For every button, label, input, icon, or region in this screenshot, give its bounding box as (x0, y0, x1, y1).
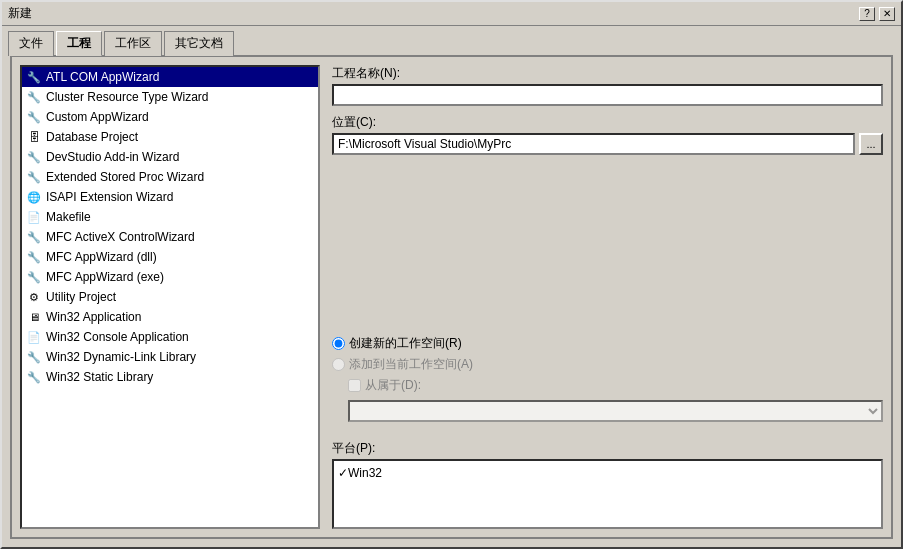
project-name-group: 工程名称(N): (332, 65, 883, 106)
project-icon: 🔧 (26, 89, 42, 105)
tab-project[interactable]: 工程 (56, 31, 102, 56)
title-bar: 新建 ? ✕ (2, 2, 901, 26)
project-name-label: 工程名称(N): (332, 65, 883, 82)
project-list-item[interactable]: 📄Win32 Console Application (22, 327, 318, 347)
location-group: 位置(C): ... (332, 114, 883, 155)
project-icon: 🔧 (26, 369, 42, 385)
project-list-item[interactable]: 🔧Extended Stored Proc Wizard (22, 167, 318, 187)
project-list-item[interactable]: 🗄Database Project (22, 127, 318, 147)
project-list-item[interactable]: 🔧MFC ActiveX ControlWizard (22, 227, 318, 247)
tab-other-docs[interactable]: 其它文档 (164, 31, 234, 56)
project-item-label: Database Project (46, 130, 138, 144)
radio-create-workspace[interactable]: 创建新的工作空间(R) (332, 335, 883, 352)
project-icon: 🗄 (26, 129, 42, 145)
project-icon: 🔧 (26, 229, 42, 245)
location-label: 位置(C): (332, 114, 883, 131)
browse-button[interactable]: ... (859, 133, 883, 155)
radio-add-workspace[interactable]: 添加到当前工作空间(A) (332, 356, 883, 373)
project-item-label: MFC ActiveX ControlWizard (46, 230, 195, 244)
project-icon: 🔧 (26, 169, 42, 185)
subordinate-select-wrapper (348, 400, 883, 422)
project-list-panel: 🔧ATL COM AppWizard🔧Cluster Resource Type… (20, 65, 320, 529)
project-item-label: MFC AppWizard (exe) (46, 270, 164, 284)
subordinate-select[interactable] (348, 400, 883, 422)
project-list-item[interactable]: 🔧MFC AppWizard (dll) (22, 247, 318, 267)
radio-add-input[interactable] (332, 358, 345, 371)
project-icon: 🔧 (26, 149, 42, 165)
project-list-item[interactable]: 🌐ISAPI Extension Wizard (22, 187, 318, 207)
location-input[interactable] (332, 133, 855, 155)
project-list-item[interactable]: 🔧Cluster Resource Type Wizard (22, 87, 318, 107)
right-panel: 工程名称(N): 位置(C): ... 创建新的工作空间(R) (332, 65, 883, 529)
project-item-label: Win32 Console Application (46, 330, 189, 344)
workspace-radio-group: 创建新的工作空间(R) 添加到当前工作空间(A) 从属于(D): (332, 335, 883, 422)
project-list-item[interactable]: ⚙Utility Project (22, 287, 318, 307)
project-list-item[interactable]: 🔧Win32 Static Library (22, 367, 318, 387)
platform-item: ✓Win32 (338, 465, 877, 481)
window-title: 新建 (8, 5, 32, 22)
radio-create-input[interactable] (332, 337, 345, 350)
radio-create-label: 创建新的工作空间(R) (349, 335, 462, 352)
subordinate-checkbox[interactable] (348, 379, 361, 392)
tab-content: 🔧ATL COM AppWizard🔧Cluster Resource Type… (10, 55, 893, 539)
project-list-item[interactable]: 📄Makefile (22, 207, 318, 227)
project-icon: 🔧 (26, 249, 42, 265)
project-item-label: MFC AppWizard (dll) (46, 250, 157, 264)
project-name-input[interactable] (332, 84, 883, 106)
project-item-label: Makefile (46, 210, 91, 224)
project-icon: ⚙ (26, 289, 42, 305)
subordinate-label: 从属于(D): (365, 377, 421, 394)
window: 新建 ? ✕ 文件 工程 工作区 其它文档 🔧ATL COM Ap (0, 0, 903, 549)
subordinate-checkbox-row[interactable]: 从属于(D): (348, 377, 883, 394)
project-list-item[interactable]: 🔧ATL COM AppWizard (22, 67, 318, 87)
platform-list: ✓Win32 (332, 459, 883, 529)
location-row: ... (332, 133, 883, 155)
project-item-label: Custom AppWizard (46, 110, 149, 124)
radio-add-label: 添加到当前工作空间(A) (349, 356, 473, 373)
project-item-label: ATL COM AppWizard (46, 70, 159, 84)
project-item-label: Win32 Static Library (46, 370, 153, 384)
close-button[interactable]: ✕ (879, 7, 895, 21)
project-icon: 🔧 (26, 109, 42, 125)
project-icon: 📄 (26, 209, 42, 225)
title-controls: ? ✕ (859, 7, 895, 21)
project-icon: 📄 (26, 329, 42, 345)
project-list-item[interactable]: 🖥Win32 Application (22, 307, 318, 327)
project-icon: 🔧 (26, 269, 42, 285)
project-item-label: DevStudio Add-in Wizard (46, 150, 179, 164)
project-list-item[interactable]: 🔧DevStudio Add-in Wizard (22, 147, 318, 167)
project-item-label: Utility Project (46, 290, 116, 304)
tab-bar: 文件 工程 工作区 其它文档 (2, 26, 901, 55)
platform-group: 平台(P): ✓Win32 (332, 440, 883, 529)
project-item-label: ISAPI Extension Wizard (46, 190, 173, 204)
tab-workspace[interactable]: 工作区 (104, 31, 162, 56)
project-list-item[interactable]: 🔧Custom AppWizard (22, 107, 318, 127)
project-list: 🔧ATL COM AppWizard🔧Cluster Resource Type… (22, 67, 318, 387)
project-item-label: Win32 Dynamic-Link Library (46, 350, 196, 364)
project-item-label: Win32 Application (46, 310, 141, 324)
project-icon: 🖥 (26, 309, 42, 325)
project-list-item[interactable]: 🔧Win32 Dynamic-Link Library (22, 347, 318, 367)
project-icon: 🔧 (26, 69, 42, 85)
project-list-item[interactable]: 🔧MFC AppWizard (exe) (22, 267, 318, 287)
project-item-label: Extended Stored Proc Wizard (46, 170, 204, 184)
project-item-label: Cluster Resource Type Wizard (46, 90, 209, 104)
tab-files[interactable]: 文件 (8, 31, 54, 56)
help-button[interactable]: ? (859, 7, 875, 21)
project-icon: 🔧 (26, 349, 42, 365)
platform-label: 平台(P): (332, 440, 883, 457)
spacer (332, 163, 883, 323)
project-icon: 🌐 (26, 189, 42, 205)
